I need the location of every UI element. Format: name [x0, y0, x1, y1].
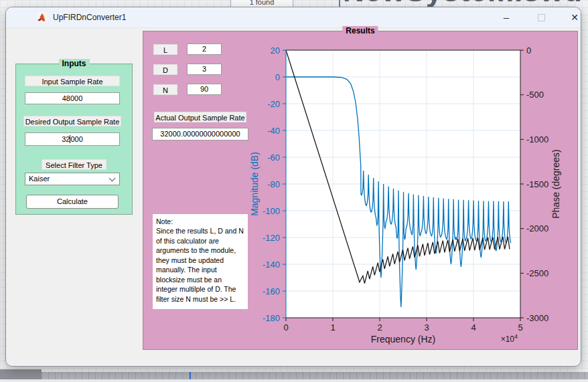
- result-label-N: N: [153, 84, 177, 95]
- y-right-tick-label: 0: [526, 45, 531, 56]
- x-tick-label: 0: [283, 322, 288, 332]
- matlab-icon: [37, 12, 48, 23]
- x-tick-label: 1: [330, 322, 335, 332]
- results-plot: 012345200-20-40-60-80-100-120-140-160-18…: [286, 50, 520, 318]
- filter-type-dropdown[interactable]: Kaiser: [25, 173, 120, 185]
- x-axis-multiplier: ×104: [501, 333, 518, 344]
- input-sample-rate-field[interactable]: 48000: [25, 92, 120, 104]
- y-right-tick-label: -2500: [526, 268, 548, 278]
- dosr-text-before-caret: 32: [62, 135, 70, 143]
- title-bar[interactable]: UpFIRDnConverter1 – ✕: [6, 7, 581, 28]
- y-left-tick-label: -140: [263, 260, 280, 270]
- actual-output-sample-rate-label: Actual Output Sample Rate: [154, 112, 246, 122]
- result-label-L: L: [153, 44, 177, 55]
- input-sample-rate-label: Input Sample Rate: [25, 76, 120, 86]
- actual-output-sample-rate-field[interactable]: 32000.00000000000000: [152, 128, 248, 140]
- found-count-badge: 1 found: [230, 0, 293, 7]
- minimize-glyph: –: [504, 11, 509, 23]
- y-right-tick-label: -500: [526, 90, 544, 100]
- filter-type-selected: Kaiser: [29, 175, 50, 183]
- inputs-panel-title: Inputs: [59, 59, 90, 68]
- canvas-ruler-marker: [190, 372, 191, 379]
- canvas-top-strip: 1 found NewSystem.swd: [0, 0, 588, 7]
- result-label-D: D: [153, 64, 177, 75]
- canvas-caret: [339, 0, 340, 7]
- y-left-tick-label: -80: [267, 179, 280, 189]
- filter-type-label: Select Filter Type: [42, 159, 106, 170]
- close-glyph: ✕: [571, 12, 579, 23]
- canvas-bottom-strip: [0, 379, 588, 382]
- y-left-tick-label: -100: [263, 206, 280, 216]
- y-left-tick-label: -60: [267, 153, 280, 163]
- desired-output-sample-rate-label: Desired Output Sample Rate: [23, 116, 121, 126]
- x-tick-label: 3: [424, 322, 429, 332]
- canvas-bottom-block: [0, 369, 42, 380]
- window-title: UpFIRDnConverter1: [53, 13, 126, 22]
- y-left-tick-label: -160: [263, 286, 280, 296]
- y-right-tick-label: -3000: [526, 313, 548, 323]
- dosr-text-after-caret: 000: [70, 135, 82, 143]
- y-left-axis-label: Magnitude (dB): [249, 152, 260, 216]
- x-axis-label: Frequency (Hz): [371, 334, 435, 345]
- y-right-tick-label: -1000: [526, 134, 548, 145]
- note-text: Note: Since the results L, D and N of th…: [153, 214, 248, 309]
- result-field-L[interactable]: 2: [187, 43, 222, 55]
- y-left-tick-label: -180: [263, 313, 280, 323]
- x-tick-label: 2: [377, 322, 382, 332]
- found-count-text: 1 found: [250, 0, 275, 6]
- result-field-D[interactable]: 3: [187, 64, 222, 75]
- y-right-tick-label: -2000: [526, 223, 548, 233]
- maximize-button[interactable]: [530, 9, 553, 25]
- y-right-axis-label: Phase (degrees): [550, 149, 561, 219]
- y-right-tick-label: -1500: [526, 179, 548, 189]
- x-tick-label: 4: [471, 322, 475, 332]
- y-left-tick-label: 0: [275, 72, 280, 82]
- y-left-tick-label: -120: [263, 233, 280, 243]
- close-button[interactable]: ✕: [563, 9, 586, 25]
- calculate-button[interactable]: Calculate: [26, 195, 119, 209]
- x-tick-label: 5: [518, 322, 522, 332]
- app-window: UpFIRDnConverter1 – ✕ Inputs Input Sampl…: [5, 7, 581, 367]
- canvas-ruler-bar: [42, 372, 588, 379]
- canvas-title-text: NewSystem.swd: [343, 0, 583, 7]
- maximize-glyph: [538, 14, 545, 21]
- y-left-tick-label: 20: [271, 45, 280, 56]
- desired-output-sample-rate-field[interactable]: 32000: [25, 132, 120, 146]
- results-panel: Results L2D3N90 Actual Output Sample Rat…: [143, 31, 578, 350]
- minimize-button[interactable]: –: [495, 9, 518, 25]
- inputs-panel: Inputs Input Sample Rate 48000 Desired O…: [15, 64, 133, 215]
- chevron-down-icon: [109, 175, 116, 182]
- y-left-tick-label: -20: [267, 99, 280, 109]
- y-left-tick-label: -40: [267, 126, 280, 136]
- result-field-N[interactable]: 90: [187, 84, 222, 95]
- results-panel-title: Results: [342, 26, 378, 35]
